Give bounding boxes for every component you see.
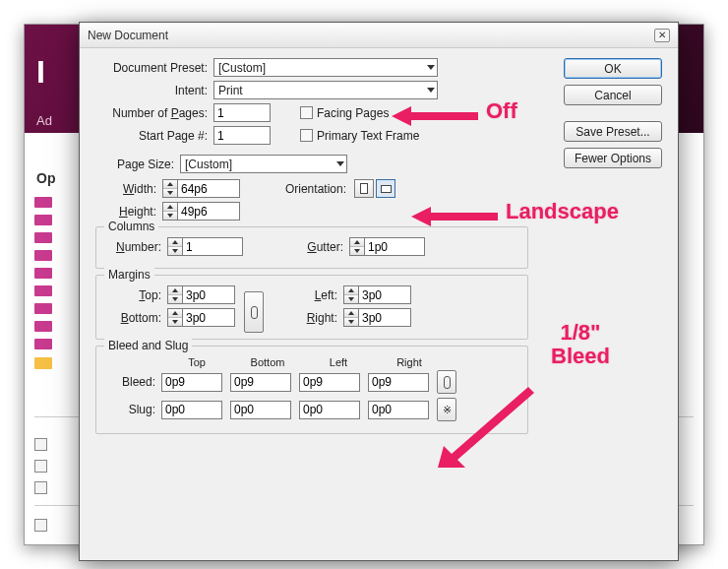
margin-top-label: Top: xyxy=(106,288,167,302)
orientation-landscape-button[interactable] xyxy=(376,179,395,198)
height-label: Height: xyxy=(95,205,162,219)
margin-bottom-input[interactable] xyxy=(182,308,235,327)
document-icon xyxy=(34,285,52,296)
margins-title: Margins xyxy=(104,268,154,282)
fewer-options-button[interactable]: Fewer Options xyxy=(564,148,662,168)
chain-icon xyxy=(444,376,451,389)
link-off-icon: ※ xyxy=(443,404,452,416)
portrait-icon xyxy=(360,183,368,194)
margin-link-button[interactable] xyxy=(244,291,264,333)
margin-right-label: Right: xyxy=(302,311,343,325)
start-page-label: Start Page #: xyxy=(95,129,213,143)
gutter-stepper[interactable] xyxy=(349,237,425,256)
document-preset-label: Document Preset: xyxy=(95,61,213,75)
intent-label: Intent: xyxy=(95,84,213,97)
chevron-down-icon xyxy=(427,65,435,70)
page-size-label: Page Size: xyxy=(95,158,180,171)
recent-item xyxy=(34,300,54,311)
margin-left-label: Left: xyxy=(302,288,343,302)
dialog-titlebar[interactable]: New Document ✕ xyxy=(80,23,678,48)
ok-button[interactable]: OK xyxy=(564,58,662,79)
chevron-down-icon xyxy=(427,88,435,93)
columns-title: Columns xyxy=(104,220,158,233)
bleed-bottom-input[interactable] xyxy=(230,373,291,392)
facing-pages-checkbox[interactable] xyxy=(300,106,313,119)
document-icon xyxy=(34,215,52,225)
bleed-slug-title: Bleed and Slug xyxy=(104,339,192,352)
recent-item xyxy=(34,229,54,240)
margin-top-stepper[interactable] xyxy=(167,285,235,304)
bleed-col-top: Top xyxy=(161,356,232,368)
height-stepper[interactable] xyxy=(162,202,240,221)
columns-number-input[interactable] xyxy=(182,237,243,256)
height-input[interactable] xyxy=(177,202,240,221)
orientation-portrait-button[interactable] xyxy=(354,179,374,198)
document-icon xyxy=(34,303,52,314)
margin-left-stepper[interactable] xyxy=(343,285,411,304)
slug-right-input[interactable] xyxy=(368,401,429,419)
facing-pages-label: Facing Pages xyxy=(317,106,389,120)
width-input[interactable] xyxy=(177,179,240,198)
bleed-left-input[interactable] xyxy=(299,373,360,392)
document-icon xyxy=(34,321,52,332)
columns-number-label: Number: xyxy=(106,240,167,254)
start-page-input[interactable] xyxy=(213,126,271,145)
width-label: Width: xyxy=(95,182,162,196)
slug-bottom-input[interactable] xyxy=(230,401,291,419)
recent-item xyxy=(34,212,54,222)
columns-number-stepper[interactable] xyxy=(167,237,243,256)
close-icon[interactable]: ✕ xyxy=(654,29,670,42)
document-icon xyxy=(34,197,52,208)
bleed-col-bottom: Bottom xyxy=(232,356,303,368)
slug-top-input[interactable] xyxy=(161,401,222,419)
bleed-col-left: Left xyxy=(303,356,374,368)
slug-link-button[interactable]: ※ xyxy=(437,398,456,421)
orientation-label: Orientation: xyxy=(283,182,352,196)
document-icon xyxy=(34,250,52,261)
number-of-pages-input[interactable] xyxy=(213,103,271,122)
bleed-slug-group: Bleed and Slug Top Bottom Left Right Ble… xyxy=(95,346,528,434)
number-of-pages-label: Number of Pages: xyxy=(95,106,213,120)
document-icon xyxy=(34,232,52,243)
bleed-link-button[interactable] xyxy=(437,370,456,394)
recent-item xyxy=(34,283,54,293)
gutter-input[interactable] xyxy=(364,237,425,256)
slug-label: Slug: xyxy=(106,403,161,416)
dialog-title: New Document xyxy=(88,29,168,42)
margin-right-input[interactable] xyxy=(358,308,411,327)
margin-left-input[interactable] xyxy=(358,285,411,304)
chain-icon xyxy=(251,306,258,319)
gutter-label: Gutter: xyxy=(302,240,349,254)
recent-item xyxy=(34,318,54,329)
bleed-right-input[interactable] xyxy=(368,373,429,392)
recent-item xyxy=(34,355,54,366)
bg-checkbox xyxy=(34,481,47,494)
margin-top-input[interactable] xyxy=(182,285,235,304)
bleed-col-right: Right xyxy=(374,356,445,368)
landscape-icon xyxy=(381,185,392,193)
cancel-button[interactable]: Cancel xyxy=(564,85,662,105)
folder-icon xyxy=(34,357,52,369)
margin-right-stepper[interactable] xyxy=(343,308,411,327)
save-preset-button[interactable]: Save Preset... xyxy=(564,121,662,142)
open-recent-header: Op xyxy=(36,170,55,186)
recent-item xyxy=(34,265,54,276)
app-logo-fragment: I xyxy=(36,54,45,91)
new-document-dialog: New Document ✕ OK Cancel Save Preset... … xyxy=(79,22,679,561)
document-preset-dropdown[interactable]: [Custom] xyxy=(213,58,438,77)
primary-text-frame-label: Primary Text Frame xyxy=(317,129,419,143)
recent-item xyxy=(34,194,54,205)
document-icon xyxy=(34,268,52,279)
bg-checkbox xyxy=(34,438,47,451)
width-stepper[interactable] xyxy=(162,179,240,198)
bleed-top-input[interactable] xyxy=(161,373,222,392)
primary-text-frame-checkbox[interactable] xyxy=(300,129,313,142)
slug-left-input[interactable] xyxy=(299,401,360,419)
bg-checkbox xyxy=(34,460,47,473)
margin-bottom-stepper[interactable] xyxy=(167,308,235,327)
intent-dropdown[interactable]: Print xyxy=(213,81,438,99)
page-size-dropdown[interactable]: [Custom] xyxy=(180,155,347,173)
margins-group: Margins Top: Left: Bottom: xyxy=(95,275,528,340)
recent-item xyxy=(34,336,54,347)
columns-group: Columns Number: Gutter: xyxy=(95,226,528,269)
